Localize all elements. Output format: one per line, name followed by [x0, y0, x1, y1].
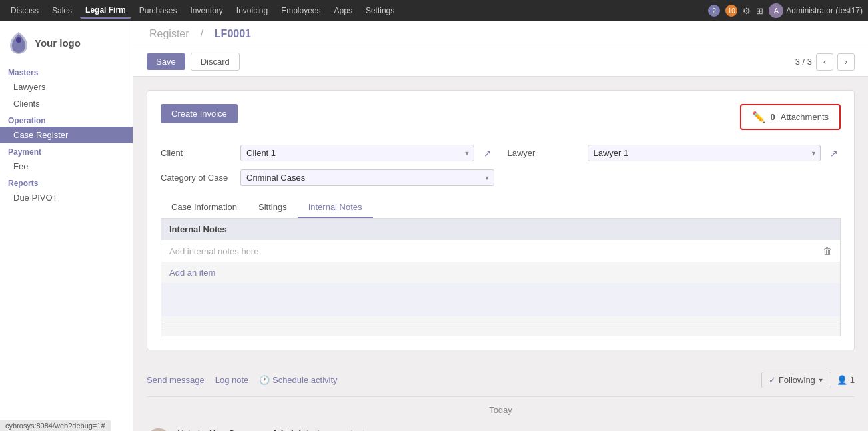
tab-sittings[interactable]: Sittings [248, 197, 298, 218]
tab-case-information[interactable]: Case Information [161, 197, 248, 218]
followers-number: 1 [850, 375, 855, 385]
toolbar: Save Discard 3 / 3 ‹ › [133, 47, 868, 77]
prev-button[interactable]: ‹ [816, 53, 833, 71]
note-prefix: Note by [177, 428, 207, 431]
log-note-button[interactable]: Log note [215, 375, 249, 385]
nav-sales[interactable]: Sales [47, 3, 77, 18]
today-divider: Today [147, 397, 855, 423]
nav-employees[interactable]: Employees [276, 3, 326, 18]
breadcrumb-current: LF0001 [215, 28, 251, 39]
schedule-activity-button[interactable]: 🕐 Schedule activity [259, 375, 337, 385]
notes-placeholder-text[interactable]: Add internal notes here [169, 246, 823, 256]
add-item-link[interactable]: Add an item [161, 262, 840, 283]
check-icon: ✓ [769, 375, 776, 385]
sidebar-section-masters: Masters Lawyers Clients [0, 64, 133, 112]
attachments-count: 0 [771, 112, 775, 122]
logo-text: Your logo [35, 37, 81, 49]
nav-purchases[interactable]: Purchases [134, 3, 183, 18]
client-label: Client [161, 148, 234, 158]
breadcrumb: Register / LF0001 [147, 28, 254, 40]
activity-badge[interactable]: 10 [725, 5, 737, 17]
chatter-actions: Send message Log note 🕐 Schedule activit… [147, 364, 855, 397]
note-header: Note by YourCompany, Administrator - a m… [177, 428, 855, 431]
notes-divider-1 [161, 324, 840, 324]
nav-discuss[interactable]: Discuss [5, 3, 44, 18]
lawyer-field-row: Lawyer Lawyer 1 ↗ [508, 145, 841, 161]
lawyer-external-link[interactable]: ↗ [827, 147, 841, 160]
discard-button[interactable]: Discard [191, 53, 240, 71]
nav-legal-firm[interactable]: Legal Firm [80, 3, 131, 19]
lawyer-select[interactable]: Lawyer 1 [588, 145, 821, 161]
avatar [147, 428, 171, 431]
sidebar-section-reports: Reports Due PIVOT [0, 175, 133, 206]
nav-right-area: 2 10 ⚙ ⊞ A Administrator (test17) [708, 3, 863, 18]
nav-apps[interactable]: Apps [329, 3, 358, 18]
logo-icon [8, 32, 29, 53]
nav-invoicing[interactable]: Invoicing [231, 3, 273, 18]
person-icon: 👤 [837, 375, 847, 385]
pagination-text: 3 / 3 [795, 57, 812, 67]
send-message-button[interactable]: Send message [147, 375, 205, 385]
section-title-reports: Reports [0, 175, 133, 189]
section-title-operation: Operation [0, 112, 133, 127]
category-select-wrapper: Criminal Cases [240, 169, 494, 186]
admin-label: Administrator (test17) [786, 6, 863, 15]
followers-count[interactable]: 👤 1 [837, 375, 855, 385]
notes-row: Add internal notes here 🗑 [161, 240, 840, 262]
form-container: Create Invoice ✏️ 0 Attachments Client C… [133, 77, 868, 364]
clock-icon: 🕐 [259, 375, 270, 385]
lawyer-label: Lawyer [508, 148, 581, 158]
discuss-badge[interactable]: 2 [708, 5, 720, 17]
top-navigation: Discuss Sales Legal Firm Purchases Inven… [0, 0, 868, 21]
tabs-bar: Case Information Sittings Internal Notes [161, 197, 841, 219]
lawyer-select-wrapper: Lawyer 1 [588, 145, 821, 161]
next-button[interactable]: › [837, 53, 855, 71]
form-top-row: Create Invoice ✏️ 0 Attachments [161, 104, 841, 134]
sidebar-item-due-pivot[interactable]: Due PIVOT [0, 189, 133, 206]
breadcrumb-parent[interactable]: Register [149, 28, 189, 39]
form-fields: Client Client 1 ↗ Lawyer Lawyer 1 [161, 145, 841, 186]
notes-divider-2 [161, 330, 840, 330]
sidebar: Your logo Masters Lawyers Clients Operat… [0, 21, 133, 431]
svg-rect-1 [147, 428, 171, 431]
sidebar-item-case-register[interactable]: Case Register [0, 127, 133, 143]
admin-user[interactable]: A Administrator (test17) [769, 3, 863, 18]
sidebar-section-operation: Operation Case Register [0, 112, 133, 143]
create-invoice-button[interactable]: Create Invoice [161, 104, 238, 123]
notes-textarea[interactable] [161, 283, 840, 316]
grid-icon[interactable]: ⊞ [756, 6, 763, 16]
following-button[interactable]: ✓ Following ▼ [761, 372, 831, 388]
sidebar-item-clients[interactable]: Clients [0, 95, 133, 112]
save-button[interactable]: Save [147, 53, 185, 70]
attachments-box[interactable]: ✏️ 0 Attachments [740, 104, 841, 130]
page-header: Register / LF0001 [133, 21, 868, 47]
sidebar-item-lawyers[interactable]: Lawyers [0, 79, 133, 95]
nav-inventory[interactable]: Inventory [185, 3, 228, 18]
svg-point-0 [16, 37, 21, 43]
sidebar-item-fee[interactable]: Fee [0, 158, 133, 175]
client-select[interactable]: Client 1 [240, 145, 474, 161]
tab-internal-notes[interactable]: Internal Notes [298, 197, 373, 218]
gear-icon[interactable]: ⚙ [743, 6, 751, 16]
attachments-label: Attachments [781, 112, 829, 122]
category-field-row: Category of Case Criminal Cases [161, 169, 494, 186]
delete-note-button[interactable]: 🗑 [823, 246, 832, 256]
note-entry: Note by YourCompany, Administrator - a m… [147, 423, 855, 431]
client-select-wrapper: Client 1 [240, 145, 474, 161]
note-content: Note by YourCompany, Administrator - a m… [177, 428, 855, 431]
section-title-masters: Masters [0, 64, 133, 79]
logo-area: Your logo [0, 27, 133, 64]
chevron-down-icon: ▼ [818, 377, 824, 384]
tab-content-internal-notes: Internal Notes Add internal notes here 🗑… [161, 219, 841, 336]
breadcrumb-separator: / [197, 28, 206, 39]
chatter-area: Send message Log note 🕐 Schedule activit… [133, 364, 868, 431]
main-layout: Your logo Masters Lawyers Clients Operat… [0, 21, 868, 431]
note-author: YourCompany, Administrator [209, 428, 328, 431]
nav-settings[interactable]: Settings [360, 3, 400, 18]
attachment-icon: ✏️ [752, 111, 765, 123]
client-external-link[interactable]: ↗ [481, 147, 494, 160]
pagination: 3 / 3 ‹ › [795, 53, 855, 71]
category-select[interactable]: Criminal Cases [240, 169, 494, 186]
note-time: - a minute ago [331, 428, 386, 431]
client-field-row: Client Client 1 ↗ [161, 145, 494, 161]
